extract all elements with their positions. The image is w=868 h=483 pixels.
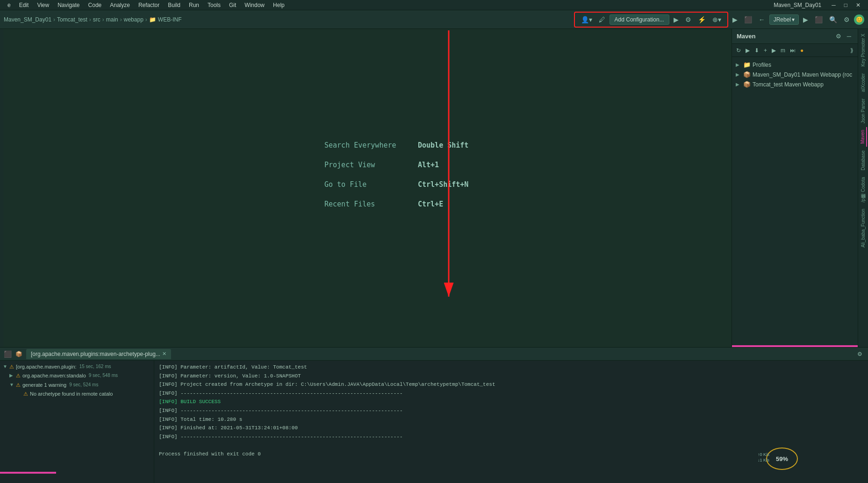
- profiles-label: Profiles: [753, 62, 771, 68]
- console-line-2: [INFO] Parameter: version, Value: 1.0-SN…: [159, 372, 863, 381]
- breadcrumb-main: main: [106, 16, 118, 23]
- network-widget: ↑0 K/s ↓1 K/s 59%: [766, 447, 798, 470]
- stop-btn[interactable]: ⬛: [742, 14, 754, 25]
- play-btn[interactable]: ▶: [730, 14, 740, 25]
- breadcrumb-folder-icon: 📁: [149, 16, 156, 23]
- tomcat-label: Tomcat_test Maven Webapp: [753, 81, 824, 88]
- warn-icon-3: ⚠: [16, 382, 21, 389]
- menu-git[interactable]: Git: [225, 1, 240, 9]
- toolbar: Maven_SM_Day01 › Tomcat_test › src › mai…: [0, 10, 868, 29]
- network-percent: 59%: [776, 455, 788, 462]
- menu-window[interactable]: Window: [241, 1, 268, 9]
- warn-icon-4: ⚠: [23, 391, 28, 398]
- tab-alibaba[interactable]: Ali_baba_Function: [860, 206, 867, 250]
- editor-area: Search Everywhere Double Shift Project V…: [4, 29, 732, 347]
- console-line-8: [INFO] Finished at: 2021-05-31T13:24:01+…: [159, 424, 863, 433]
- breadcrumb: Maven_SM_Day01 › Tomcat_test › src › mai…: [4, 16, 572, 23]
- breadcrumb-project[interactable]: Maven_SM_Day01: [4, 16, 51, 23]
- console-line-6: [INFO] ---------------------------------…: [159, 407, 863, 415]
- tab-maven[interactable]: Maven: [859, 127, 867, 147]
- maven-tree: ▶ 📁 Profiles ▶ 📦 Maven_SM_Day01 Maven We…: [732, 57, 858, 345]
- maven-download-btn[interactable]: ⬇: [753, 46, 760, 55]
- console-line-1: [INFO] Parameter: artifactId, Value: Tom…: [159, 363, 863, 372]
- build-expand-1: ▼: [3, 363, 7, 370]
- menu-file[interactable]: e: [4, 1, 14, 9]
- bottom-tab-close[interactable]: ✕: [162, 351, 166, 357]
- tab-translate[interactable]: 翻译/p: [859, 196, 868, 205]
- main-layout: Search Everywhere Double Shift Project V…: [0, 29, 868, 347]
- maven-expand-btn[interactable]: ⟫: [849, 46, 855, 55]
- tab-aixcoder[interactable]: aIXcoder: [860, 71, 867, 95]
- console-line-4: [INFO] ---------------------------------…: [159, 390, 863, 398]
- coverage-btn[interactable]: ⊕▾: [710, 14, 724, 25]
- tree-expand-icon: ▶: [736, 62, 741, 67]
- bottom-settings-btn[interactable]: ⚙: [855, 350, 864, 358]
- menu-build[interactable]: Build: [164, 1, 184, 9]
- network-arrows: ↑0 K/s ↓1 K/s: [758, 452, 769, 462]
- menu-analyze[interactable]: Analyze: [106, 1, 134, 9]
- shortcut-file-key: Ctrl+Shift+N: [418, 180, 468, 189]
- warn-icon-1: ⚠: [9, 363, 14, 370]
- maven-run-btn[interactable]: ▶: [744, 46, 751, 55]
- search-everywhere-btn[interactable]: 🔍: [827, 14, 839, 25]
- jrebel-stop-btn[interactable]: ⬛: [812, 14, 825, 25]
- shortcut-project-key: Alt+1: [418, 161, 439, 169]
- tab-key-promoter[interactable]: Key Promoter X: [860, 31, 867, 70]
- shortcut-project-label: Project View: [324, 161, 409, 169]
- menu-edit[interactable]: Edit: [15, 1, 33, 9]
- maven-skip-btn[interactable]: ⏭: [789, 46, 797, 55]
- window-minimize[interactable]: ─: [828, 1, 839, 9]
- maven-panel-icons: ⚙ ─: [834, 32, 853, 41]
- shortcut-recent-key: Ctrl+E: [418, 200, 443, 208]
- menu-help[interactable]: Help: [269, 1, 288, 9]
- bottom-panel: ⬛ 📦 [org.apache.maven.plugins:maven-arch…: [0, 347, 868, 483]
- menu-run[interactable]: Run: [185, 1, 203, 9]
- maven-tree-tomcat[interactable]: ▶ 📦 Tomcat_test Maven Webapp: [732, 79, 858, 89]
- maven-execute-btn[interactable]: ▶: [770, 46, 777, 55]
- menu-code[interactable]: Code: [85, 1, 106, 9]
- jrebel-run-btn[interactable]: ▶: [801, 14, 811, 25]
- bottom-tab-maven[interactable]: [org.apache.maven.plugins:maven-archetyp…: [26, 349, 171, 359]
- pink-progress-bar: [0, 472, 56, 474]
- maven-m-btn[interactable]: m: [779, 46, 787, 55]
- maven-add-btn[interactable]: +: [762, 46, 768, 55]
- build-time-1: 15 sec, 162 ms: [79, 363, 111, 370]
- left-sidebar: [0, 29, 4, 347]
- tomcat-icon: 📦: [743, 81, 751, 88]
- bottom-panel-icons: ⚙: [855, 350, 864, 358]
- window-maximize[interactable]: □: [840, 1, 851, 9]
- debug-btn[interactable]: ⚙: [683, 14, 694, 25]
- user-icon-btn[interactable]: 👤▾: [579, 14, 595, 25]
- settings-btn[interactable]: ⚙: [841, 14, 852, 25]
- cursor-btn[interactable]: 🖊: [596, 14, 608, 25]
- build-item-1[interactable]: ▼ ⚠ [org.apache.maven.plugin: 15 sec, 16…: [0, 362, 154, 371]
- maven-refresh-btn[interactable]: ↻: [735, 46, 742, 55]
- menu-view[interactable]: View: [33, 1, 53, 9]
- user-avatar[interactable]: 😊: [854, 14, 864, 25]
- window-close[interactable]: ✕: [852, 1, 864, 9]
- breadcrumb-webinf: WEB-INF: [158, 16, 182, 23]
- profile-btn[interactable]: ⚡: [696, 14, 708, 25]
- shortcut-project: Project View Alt+1: [324, 161, 468, 169]
- menu-navigate[interactable]: Navigate: [54, 1, 83, 9]
- maven-toolbar: ↻ ▶ ⬇ + ▶ m ⏭ ● ⟫: [732, 44, 858, 57]
- menu-tools[interactable]: Tools: [204, 1, 224, 9]
- maven-settings-btn[interactable]: ⚙: [834, 32, 843, 41]
- maven-circle-btn[interactable]: ●: [799, 46, 805, 55]
- build-item-4[interactable]: ⚠ No archetype found in remote catalo: [0, 390, 154, 398]
- maven-tree-profiles[interactable]: ▶ 📁 Profiles: [732, 60, 858, 70]
- tab-database[interactable]: Database: [860, 148, 867, 173]
- maven-close-btn[interactable]: ─: [845, 32, 853, 41]
- console-output: [INFO] Parameter: artifactId, Value: Tom…: [154, 361, 868, 483]
- run-btn[interactable]: ▶: [671, 14, 681, 25]
- breadcrumb-src: src: [93, 16, 100, 23]
- tab-json-parser[interactable]: Json Parser: [860, 96, 867, 126]
- back-btn[interactable]: ←: [756, 14, 768, 25]
- build-item-3[interactable]: ▼ ⚠ generate 1 warning 9 sec, 524 ms: [0, 381, 154, 390]
- tab-codota[interactable]: Codota: [860, 174, 867, 195]
- maven-tree-sm-day01[interactable]: ▶ 📦 Maven_SM_Day01 Maven Webapp (roc: [732, 70, 858, 79]
- menu-refactor[interactable]: Refactor: [135, 1, 163, 9]
- build-item-2[interactable]: ▶ ⚠ org.apache.maven:standalo 9 sec, 548…: [0, 371, 154, 380]
- add-configuration-button[interactable]: Add Configuration...: [610, 14, 669, 25]
- jrebel-button[interactable]: JRebel ▾: [769, 14, 799, 25]
